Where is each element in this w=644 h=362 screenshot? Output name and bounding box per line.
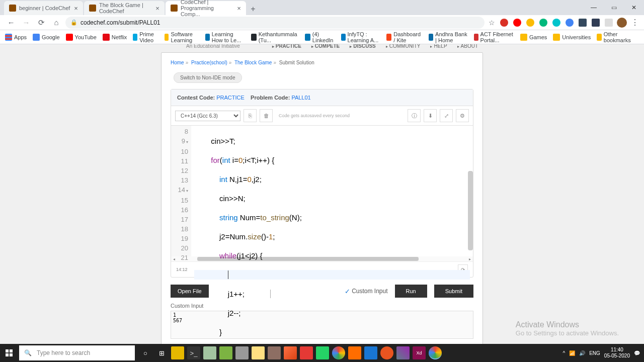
tab-block-game[interactable]: The Block Game | CodeChef× — [84, 1, 165, 15]
contest-code-value[interactable]: PRACTICE — [216, 95, 245, 101]
copy-button[interactable]: ⎘ — [244, 109, 257, 122]
clock[interactable]: 11:40 05-05-2020 — [604, 347, 630, 359]
ext-icon[interactable] — [579, 19, 587, 27]
app-icon[interactable] — [364, 346, 377, 359]
ext-icon[interactable] — [605, 19, 613, 27]
close-icon[interactable]: × — [237, 5, 241, 12]
new-tab-button[interactable]: + — [247, 3, 259, 15]
settings-button[interactable]: ⚙ — [456, 109, 469, 122]
tab-active[interactable]: CodeChef | Programming Comp...× — [166, 1, 246, 15]
vertical-scrollbar[interactable] — [468, 171, 473, 250]
bookmark-item[interactable]: Learning How to Le... — [205, 31, 245, 43]
nav-help[interactable]: HELP — [425, 44, 452, 49]
ext-icon[interactable] — [513, 19, 521, 27]
crumb-practice[interactable]: Practice(school) — [191, 60, 227, 65]
start-button[interactable] — [0, 344, 18, 362]
taskbar-search[interactable]: 🔍 Type here to search — [19, 345, 135, 360]
app-icon[interactable]: Xd — [413, 346, 426, 359]
bookmark-item[interactable]: ACT Fibernet Portal... — [474, 31, 514, 43]
ext-icon[interactable] — [539, 19, 547, 27]
volume-icon[interactable]: 🔊 — [579, 350, 585, 356]
reload-button[interactable]: ⟳ — [35, 17, 47, 29]
ext-icon[interactable] — [526, 19, 534, 27]
url-input[interactable]: 🔒 codechef.com/submit/PALL01 — [65, 17, 485, 29]
switch-mode-button[interactable]: Switch to Non-IDE mode — [174, 72, 242, 83]
back-button[interactable]: ← — [5, 17, 17, 29]
page-content: An Educational Initiative PRACTICE COMPE… — [0, 44, 644, 344]
language-indicator[interactable]: ENG — [589, 350, 600, 356]
info-button[interactable]: ⓘ — [408, 109, 421, 122]
bookmark-item[interactable]: InfyTQ : Learning A... — [341, 31, 381, 43]
line-gutter: 89101112131415161718192021 — [171, 126, 191, 256]
bookmark-item[interactable]: Games — [520, 34, 547, 41]
app-icon[interactable] — [300, 346, 313, 359]
svg-rect-0 — [6, 349, 9, 352]
ext-icon[interactable] — [566, 19, 574, 27]
notification-icon[interactable]: 💬 — [634, 350, 640, 356]
close-icon[interactable]: × — [74, 5, 78, 12]
breadcrumb: Home» Practice(school)» The Block Game» … — [171, 60, 473, 65]
nav-compete[interactable]: COMPETE — [306, 44, 345, 49]
language-select[interactable]: C++14 (Gcc 6.3) — [175, 111, 240, 121]
nav-community[interactable]: COMMUNITY — [381, 44, 426, 49]
autosave-text: Code gets autosaved every second — [279, 113, 350, 118]
taskview-icon[interactable]: ⊞ — [155, 346, 168, 359]
app-icon[interactable] — [219, 346, 232, 359]
app-icon[interactable] — [316, 346, 329, 359]
tray-chevron-icon[interactable]: ^ — [562, 350, 565, 356]
code-editor[interactable]: 89101112131415161718192021 cin>>T; for(i… — [171, 126, 473, 256]
fullscreen-button[interactable]: ⤢ — [440, 109, 453, 122]
close-icon[interactable]: × — [155, 5, 159, 12]
home-button[interactable]: ⌂ — [50, 17, 62, 29]
bookmark-item[interactable]: Netflix — [103, 34, 127, 41]
tab-beginner[interactable]: beginner | CodeChef× — [4, 1, 83, 15]
bookmark-item[interactable]: YouTube — [66, 34, 97, 41]
bookmark-item[interactable]: Prime Video — [133, 31, 158, 43]
app-icon[interactable] — [380, 346, 393, 359]
bookmark-item[interactable]: Kethantummala (Tu... — [251, 31, 299, 43]
ext-icon[interactable] — [552, 19, 560, 27]
bookmark-item[interactable]: Andhra Bank | Home — [429, 31, 467, 43]
crumb-home[interactable]: Home — [171, 60, 184, 65]
cortana-icon[interactable]: ○ — [139, 346, 152, 359]
app-icon[interactable] — [348, 346, 361, 359]
app-icon[interactable] — [284, 346, 297, 359]
bookmark-item[interactable]: Software Learning — [165, 31, 199, 43]
nav-discuss[interactable]: DISCUSS — [345, 44, 380, 49]
taskbar: 🔍 Type here to search ○ ⊞ >_ Xd ^ 📶 🔊 EN… — [0, 344, 644, 362]
problem-code-value[interactable]: PALL01 — [291, 95, 310, 101]
ext-icon[interactable] — [500, 19, 508, 27]
bookmark-item[interactable]: Google — [33, 34, 59, 41]
app-icon[interactable] — [268, 346, 281, 359]
app-icon[interactable] — [252, 346, 265, 359]
app-icon[interactable] — [396, 346, 410, 359]
maximize-button[interactable]: ▭ — [604, 0, 624, 15]
profile-avatar[interactable] — [617, 18, 627, 28]
lock-icon: 🔒 — [70, 19, 77, 26]
bookmark-item[interactable]: Dashboard / Kite — [386, 31, 423, 43]
delete-button[interactable]: 🗑 — [260, 109, 273, 122]
app-icon[interactable] — [171, 346, 184, 359]
forward-button[interactable]: → — [20, 17, 32, 29]
bookmark-item[interactable]: (4) LinkedIn — [305, 31, 335, 43]
chrome-icon[interactable] — [429, 346, 442, 359]
bookmark-apps[interactable]: Apps — [5, 34, 27, 41]
menu-button[interactable]: ⋮ — [631, 18, 639, 27]
crumb-current: Submit Solution — [279, 60, 314, 65]
nav-practice[interactable]: PRACTICE — [267, 44, 306, 49]
app-icon[interactable] — [235, 346, 249, 359]
nav-about[interactable]: ABOUT — [452, 44, 483, 49]
close-window-button[interactable]: ✕ — [624, 0, 644, 15]
download-button[interactable]: ⬇ — [424, 109, 437, 122]
ext-icon[interactable] — [592, 19, 600, 27]
wifi-icon[interactable]: 📶 — [569, 350, 575, 356]
other-bookmarks[interactable]: Other bookmarks — [597, 31, 633, 43]
app-icon[interactable]: >_ — [187, 346, 200, 359]
crumb-problem[interactable]: The Block Game — [234, 60, 272, 65]
system-tray[interactable]: ^ 📶 🔊 ENG 11:40 05-05-2020 💬 — [562, 347, 644, 359]
star-icon[interactable]: ☆ — [489, 19, 495, 27]
bookmark-item[interactable]: Universities — [553, 34, 591, 41]
minimize-button[interactable]: — — [584, 0, 604, 15]
chrome-icon[interactable] — [332, 346, 345, 359]
app-icon[interactable] — [203, 346, 216, 359]
